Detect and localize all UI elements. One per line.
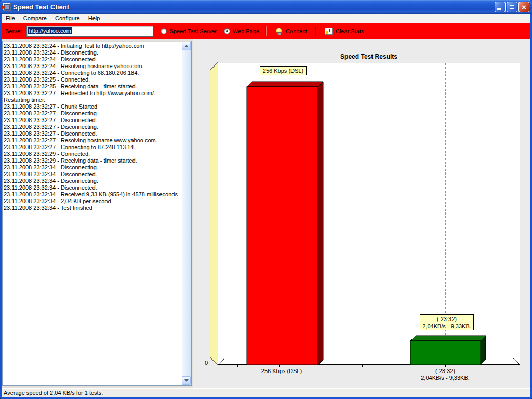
log-line: 23.11.2008 23:32:34 - Disconnecting.	[4, 178, 182, 184]
log-line: 23.11.2008 23:32:24 - Resolving hostname…	[4, 63, 182, 70]
x-axis-label-speed: 2,04KB/s - 9,33KB.	[393, 375, 497, 381]
lightbulb-icon	[275, 28, 283, 35]
annotation-test-result: ( 23:32) 2,04KB/s - 9,33KB.	[420, 314, 474, 330]
log-line: 23.11.2008 23:32:29 - Receiving data - t…	[4, 157, 182, 164]
log-line: 23.11.2008 23:32:25 - Receiving data - t…	[4, 83, 182, 90]
chevron-down-icon	[184, 379, 189, 382]
x-axis-label-dsl: 256 Kbps (DSL)	[243, 368, 321, 374]
toolbar-separator	[315, 26, 316, 36]
log-scrollbar[interactable]	[182, 42, 191, 385]
chart-panel: Speed Test Results	[193, 39, 530, 388]
clear-stats-label: Clear Stats	[336, 28, 364, 34]
chevron-up-icon	[184, 45, 189, 47]
connect-label: Connect	[286, 28, 307, 34]
log-line: 23.11.2008 23:32:34 - Disconnected.	[4, 184, 182, 191]
connect-button[interactable]: Connect	[273, 26, 309, 36]
log-line: 23.11.2008 23:32:27 - Disconnecting.	[4, 110, 182, 117]
log-line: 23.11.2008 23:32:24 - Disconnected.	[4, 56, 182, 63]
status-bar: Average speed of 2,04 KB/s for 1 tests.	[2, 388, 530, 397]
log-line: 23.11.2008 23:32:27 - Disconnecting.	[4, 124, 182, 130]
log-line: 23.11.2008 23:32:24 - Connecting to 68.1…	[4, 70, 182, 76]
bar-256kbps-dsl	[246, 81, 324, 365]
log-line: 23.11.2008 23:32:27 - Disconnected.	[4, 117, 182, 124]
chart-left-wall	[210, 63, 218, 365]
log-line: 23.11.2008 23:32:24 - Initiating Test to…	[4, 43, 182, 49]
menu-configure[interactable]: Configure	[51, 14, 84, 22]
toolbar-separator	[265, 26, 267, 36]
radio-speed-test-server[interactable]: Speed Test Server	[161, 28, 216, 34]
minimize-button[interactable]	[495, 2, 506, 12]
server-label: Server	[5, 28, 22, 34]
minimize-icon	[497, 8, 501, 10]
log-line: 23.11.2008 23:32:34 - Test finished	[4, 205, 182, 211]
radio-web-page-label: Web Page	[233, 28, 259, 34]
log-line: 23.11.2008 23:32:27 - Redirected to http…	[4, 90, 182, 97]
toolbar: Server http://yahoo.com Speed Test Serve…	[2, 23, 530, 39]
radio-speed-test-server-label: Speed Test Server	[169, 28, 216, 34]
restore-button[interactable]	[507, 2, 517, 12]
log-panel[interactable]: 23.11.2008 23:32:24 - Initiating Test to…	[2, 41, 192, 386]
annotation-time: ( 23:32)	[420, 315, 473, 323]
annotation-256kbps: 256 Kbps (DSL)	[260, 66, 307, 75]
status-text: Average speed of 2,04 KB/s for 1 tests.	[4, 390, 103, 396]
scroll-up-button[interactable]	[182, 42, 191, 50]
log-line: 23.11.2008 23:32:27 - Disconnected.	[4, 130, 182, 137]
y-axis-origin-label: 0	[197, 360, 208, 366]
window-title: Speed Test Client	[13, 3, 495, 11]
bar-test-result	[410, 335, 488, 365]
log-line: 23.11.2008 23:32:34 - Received 9,33 KB (…	[4, 191, 182, 198]
x-axis-label-time: ( 23:32)	[398, 368, 492, 374]
chart-title: Speed Test Results	[218, 53, 520, 60]
log-line: 23.11.2008 23:32:25 - Connected.	[4, 76, 182, 83]
app-window: Speed Test Client × File Compare Configu…	[0, 0, 532, 399]
server-input-value: http://yahoo.com	[28, 27, 72, 34]
log-line: 23.11.2008 23:32:34 - Disconnected.	[4, 171, 182, 178]
annotation-speed: 2,04KB/s - 9,33KB.	[420, 323, 473, 330]
scroll-down-button[interactable]	[182, 376, 191, 385]
close-button[interactable]: ×	[518, 2, 529, 12]
app-icon	[3, 3, 11, 11]
bar-chart-icon	[325, 28, 332, 35]
server-input[interactable]: http://yahoo.com	[26, 26, 153, 37]
log-line: 23.11.2008 23:32:27 - Resolving hostname…	[4, 137, 182, 144]
log-line: 23.11.2008 23:32:29 - Connected.	[4, 151, 182, 157]
menu-help[interactable]: Help	[84, 14, 104, 22]
log-line: 23.11.2008 23:32:27 - Connecting to 87.2…	[4, 144, 182, 151]
log-line: Restarting timer.	[4, 97, 182, 103]
log-line: 23.11.2008 23:32:24 - Disconnecting.	[4, 49, 182, 56]
menu-compare[interactable]: Compare	[19, 14, 51, 22]
menu-bar: File Compare Configure Help	[2, 14, 530, 23]
radio-circle-icon	[224, 28, 230, 34]
restore-icon	[510, 5, 514, 9]
radio-web-page[interactable]: Web Page	[224, 28, 259, 34]
log-line: 23.11.2008 23:32:34 - 2,04 KB per second	[4, 198, 182, 205]
menu-file[interactable]: File	[2, 14, 19, 22]
log-line: 23.11.2008 23:32:27 - Chunk Started	[4, 103, 182, 110]
title-bar: Speed Test Client ×	[0, 0, 532, 14]
radio-circle-icon	[161, 28, 167, 34]
clear-stats-button[interactable]: Clear Stats	[323, 26, 366, 36]
log-line: 23.11.2008 23:32:34 - Disconnecting.	[4, 164, 182, 171]
main-area: 23.11.2008 23:32:24 - Initiating Test to…	[2, 39, 530, 388]
log-list: 23.11.2008 23:32:24 - Initiating Test to…	[4, 43, 182, 384]
